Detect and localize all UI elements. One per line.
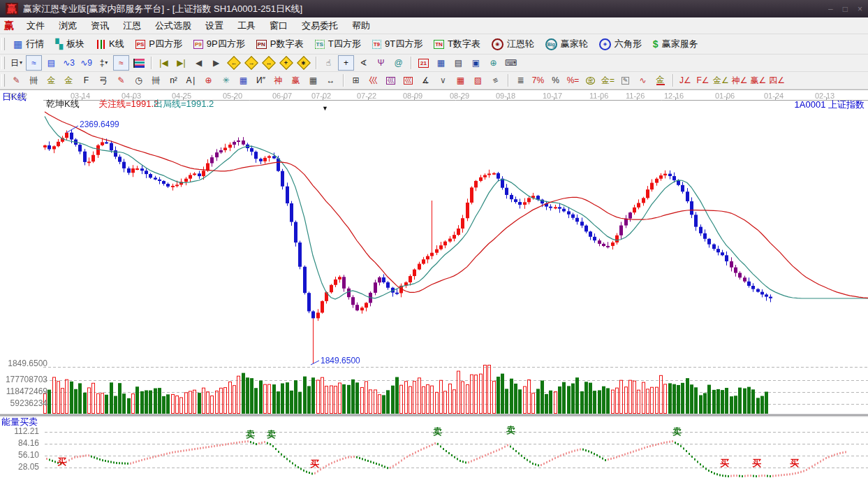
t-square-button[interactable]: TST四方形 [309, 36, 367, 52]
prev-bar-button[interactable]: ◀ [191, 55, 207, 71]
wave-9-tool[interactable]: ∿9 [78, 55, 94, 71]
menu-item-0[interactable]: 文件 [20, 20, 52, 32]
gann-shape-tool[interactable]: Ψ [373, 55, 389, 71]
menu-item-7[interactable]: 窗口 [263, 20, 295, 32]
zoom-horizontal-button[interactable]: ↔ [260, 55, 277, 71]
pan-left-button[interactable]: ← [226, 55, 242, 71]
menu-item-6[interactable]: 工具 [230, 20, 263, 32]
gold-ratio-tool-1[interactable]: 金 [43, 73, 59, 88]
win-tool[interactable]: 赢 [288, 73, 304, 88]
menu-item-4[interactable]: 公式选股 [148, 20, 198, 32]
last-bar-button[interactable]: ▶| [173, 55, 189, 71]
zoom-out-button[interactable]: ∗ [295, 55, 311, 71]
f-angle-tool[interactable]: F∠ [695, 73, 711, 88]
gann-fan-tool[interactable]: 巛 [365, 73, 381, 88]
annotate-tool[interactable]: ✎ [617, 73, 633, 88]
bow-tool[interactable]: 弓 [96, 73, 112, 88]
bar-count-tool[interactable]: 卌 [148, 73, 164, 88]
fibonacci-tool[interactable]: F [78, 73, 94, 88]
angle-measure-tool[interactable]: ∢ [355, 55, 372, 71]
winner-wheel-button[interactable]: Big赢家轮 [540, 36, 594, 52]
gann-box-tool[interactable]: ⊞ [348, 73, 364, 88]
gold-angle-tool[interactable]: 金∠ [712, 73, 730, 88]
export-tool[interactable]: ⊕ [485, 55, 501, 71]
print-tool[interactable]: ⌨ [503, 55, 519, 71]
retracement-tool[interactable]: 卌 [26, 73, 42, 88]
menu-item-8[interactable]: 交易委托 [295, 20, 345, 32]
shen-angle-tool[interactable]: 神∠ [731, 73, 749, 88]
maximize-button[interactable]: □ [843, 4, 848, 14]
nine-p-square-button[interactable]: P99P四方形 [188, 36, 251, 52]
grid-123-tool[interactable]: ▦ [305, 73, 321, 88]
percent-lines-tool[interactable]: %= [565, 73, 581, 88]
percent-7-tool[interactable]: 7% [530, 73, 546, 88]
wave-line-tool[interactable]: ∿ [635, 73, 651, 88]
square-number-tool[interactable]: n² [165, 73, 182, 88]
fan-square-tool[interactable]: 巛 [400, 73, 416, 88]
volume-profile-tool[interactable] [131, 55, 147, 71]
text-label-tool[interactable]: A∣ [183, 73, 199, 88]
p-square-button[interactable]: PSP四方形 [130, 36, 188, 52]
parallel-lines-tool[interactable]: ≡ [487, 73, 503, 88]
nine-t-square-button[interactable]: T99T四方形 [367, 36, 429, 52]
hexagon-button[interactable]: ◈六角形 [594, 36, 647, 52]
notes-tool[interactable]: ▤ [450, 55, 466, 71]
calculator-tool[interactable]: ▦ [433, 55, 449, 71]
gold-circle-tool[interactable]: 金 [582, 73, 598, 88]
t-number-table-button[interactable]: TNT数字表 [428, 36, 486, 52]
candle-style-selector[interactable]: ‡▾ [96, 55, 112, 71]
next-bar-button[interactable]: ▶ [208, 55, 224, 71]
menu-item-2[interactable]: 资讯 [84, 20, 116, 32]
list-view-tool[interactable]: ▤ [43, 55, 59, 71]
kline-icon [96, 40, 105, 49]
stats-table-tool[interactable]: ≣ [513, 73, 529, 88]
gold-ratio-tool-2[interactable]: 金 [61, 73, 77, 88]
qiankun-kline-tool[interactable]: ≈ [113, 55, 129, 71]
v-bottom-tool[interactable]: ∨ [435, 73, 451, 88]
j-angle-tool[interactable]: J∠ [677, 73, 693, 88]
wave-mark-tool[interactable]: И″ [253, 73, 269, 88]
pan-right-button[interactable]: → [243, 55, 259, 71]
percent-tool[interactable]: % [547, 73, 564, 88]
sectors-button[interactable]: ▚板块 [50, 36, 90, 52]
circle-cross-tool[interactable]: ⊕ [200, 73, 216, 88]
save-tool[interactable]: ▣ [468, 55, 484, 71]
wave-3-tool[interactable]: ∿3 [61, 55, 77, 71]
kline-button[interactable]: K线 [90, 36, 130, 52]
angle-lines-tool[interactable]: ∡ [418, 73, 434, 88]
gold-lines-tool[interactable]: 金= [600, 73, 616, 88]
menu-item-9[interactable]: 帮助 [345, 20, 377, 32]
zoom-in-button[interactable]: + [278, 55, 294, 71]
win-angle-tool[interactable]: 赢∠ [750, 73, 767, 88]
menu-item-1[interactable]: 浏览 [52, 20, 84, 32]
calendar-tool[interactable]: 21 [415, 55, 432, 71]
red-pencil-tool[interactable]: ✎ [113, 73, 129, 88]
spiral-tool[interactable]: @ [390, 55, 406, 71]
span-measure-tool[interactable]: ↔ [323, 73, 339, 88]
close-button[interactable]: × [858, 4, 862, 14]
period-selector[interactable]: 日▾ [8, 55, 24, 71]
shen-tool[interactable]: 神 [270, 73, 286, 88]
grid-arrow-tool[interactable]: ▨ [470, 73, 486, 88]
p-number-table-button[interactable]: PNP数字表 [251, 36, 309, 52]
red-grid-tool[interactable]: ▦ [453, 73, 469, 88]
menu-item-5[interactable]: 设置 [198, 20, 230, 32]
fan-box-tool[interactable]: 巛 [383, 73, 399, 88]
trend-scribble-tool[interactable]: ≈ [26, 55, 42, 71]
minimize-button[interactable]: – [828, 4, 833, 14]
gold-underline-tool[interactable]: 金 [652, 73, 668, 88]
crosshair-tool[interactable]: + [338, 55, 354, 71]
grid-square-tool[interactable]: ▦ [235, 73, 251, 88]
winner-service-button[interactable]: $赢家服务 [647, 36, 704, 52]
first-bar-button[interactable]: |◀ [156, 55, 172, 71]
draw-line-tool[interactable]: ✎ [8, 73, 24, 88]
menu-item-3[interactable]: 江恩 [116, 20, 148, 32]
quotes-button[interactable]: ▦行情 [8, 36, 50, 52]
star-circle-tool[interactable]: ✳ [218, 73, 234, 88]
chart-canvas[interactable] [0, 90, 868, 478]
time-cycle-tool[interactable]: ◷ [131, 73, 147, 88]
toolbar-main: ▦行情▚板块K线PSP四方形P99P四方形PNP数字表TST四方形T99T四方形… [0, 34, 868, 55]
four-angle-tool[interactable]: 四∠ [768, 73, 786, 88]
hand-tool[interactable]: ☝ [321, 55, 337, 71]
gann-wheel-button[interactable]: ◉江恩轮 [486, 36, 540, 52]
